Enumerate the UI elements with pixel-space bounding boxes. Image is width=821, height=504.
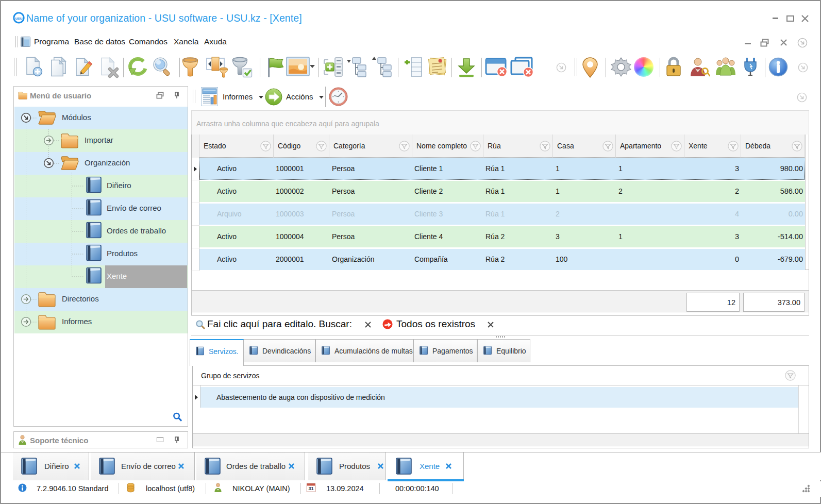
svg-text:usu: usu: [15, 16, 22, 21]
svg-text:31: 31: [308, 486, 313, 491]
